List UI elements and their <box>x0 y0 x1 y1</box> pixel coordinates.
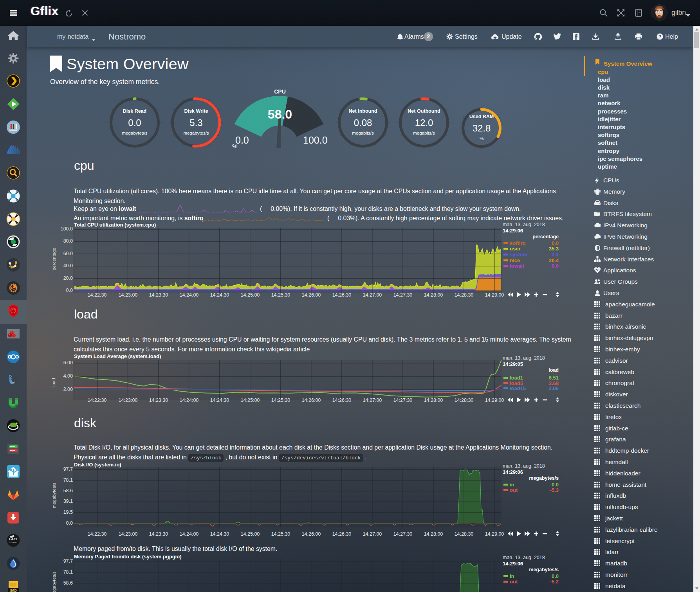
svg-text:sab: sab <box>10 588 16 592</box>
svg-text:?: ? <box>659 34 661 40</box>
svg-text:Librarian: Librarian <box>9 541 17 543</box>
svg-text:LAZY: LAZY <box>9 537 18 541</box>
